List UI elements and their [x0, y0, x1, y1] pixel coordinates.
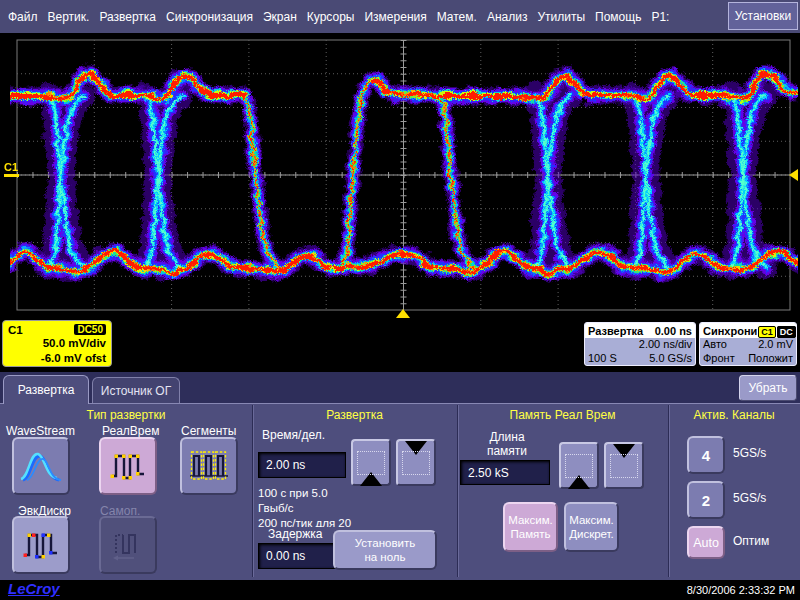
channel-name: C1 [8, 324, 23, 336]
up-arrow-icon [568, 458, 590, 489]
segments-button[interactable] [180, 437, 238, 495]
eqdiskr-icon [21, 525, 61, 565]
menu-item-utilities[interactable]: Утилиты [537, 10, 585, 24]
menu-item-p1: P1: [651, 10, 669, 24]
segments-label: Сегменты [181, 424, 236, 438]
channels-2-button[interactable]: 2 [687, 481, 725, 519]
trigger-source-badge: C1 [758, 326, 776, 338]
status-strip: C1 DC50 50.0 mV/div -6.0 mV ofst Разверт… [0, 318, 800, 372]
wavestream-button[interactable] [12, 437, 70, 495]
timebase-dialog: Развертка Источник ОГ Убрать Тип разверт… [0, 372, 800, 580]
trigger-time-marker-icon[interactable] [396, 309, 410, 318]
time-per-div-up-button[interactable] [351, 439, 391, 486]
trigger-level: 2.0 mV [758, 338, 793, 352]
trigger-descriptor-box[interactable]: Синхрони C1DC Авто 2.0 mV Фронт Положит [699, 322, 797, 366]
memory-length-field[interactable]: 2.50 kS [460, 460, 550, 485]
realtime-label: РеалВрем [102, 424, 159, 438]
menu-item-math[interactable]: Матем. [437, 10, 477, 24]
trigger-slope: Положит [748, 352, 793, 366]
trigger-coupling-badge: DC [777, 326, 796, 338]
setup-button[interactable]: Установки [728, 2, 798, 30]
channels-auto-mode: Оптим [733, 534, 769, 548]
trigger-type: Фронт [703, 352, 735, 366]
down-arrow-icon [405, 441, 427, 472]
menu-item-analysis[interactable]: Анализ [487, 10, 528, 24]
oscilloscope-screen: Файл Вертик. Развертка Синхронизация Экр… [0, 0, 800, 600]
samop-icon [108, 525, 148, 565]
section-divider [668, 405, 669, 577]
segments-icon [188, 446, 230, 486]
menu-item-trigger[interactable]: Синхронизация [166, 10, 253, 24]
menu-item-help[interactable]: Помощь [595, 10, 641, 24]
channel-scale: 50.0 mV/div [8, 337, 106, 352]
section-title-sampling-mode: Тип развертки [0, 408, 252, 422]
up-arrow-icon [360, 455, 382, 486]
menu-item-timebase[interactable]: Развертка [99, 10, 156, 24]
close-dialog-button[interactable]: Убрать [739, 375, 797, 401]
wavestream-icon [19, 446, 63, 486]
set-zero-button[interactable]: Установить на ноль [333, 530, 437, 570]
channels-auto-button[interactable]: Auto [687, 526, 725, 559]
tab-timebase[interactable]: Развертка [3, 375, 89, 404]
max-sample-rate-button[interactable]: Максим. Дискрет. [564, 502, 619, 552]
timebase-title: Развертка [588, 325, 643, 337]
menu-item-cursors[interactable]: Курсоры [307, 10, 355, 24]
menu-bar: Файл Вертик. Развертка Синхронизация Экр… [0, 0, 800, 33]
menu-item-measure[interactable]: Измерения [364, 10, 426, 24]
timebase-scale: 2.00 ns/div [639, 338, 692, 352]
section-title-memory: Память Реал Врем [457, 408, 668, 422]
waveform-display: C1 [0, 33, 800, 318]
channel-coupling-badge: DC50 [74, 324, 106, 335]
realtime-button[interactable] [99, 437, 157, 495]
menu-item-vertical[interactable]: Вертик. [48, 10, 90, 24]
channels-2-rate: 5GS/s [733, 491, 766, 505]
trigger-mode: Авто [703, 338, 727, 352]
down-arrow-icon [613, 444, 635, 475]
timestamp: 8/30/2006 2:33:32 PM [687, 584, 795, 596]
timebase-delay: 0.00 ns [655, 325, 692, 337]
eqdiskr-button[interactable] [12, 516, 70, 574]
memory-up-button[interactable] [559, 442, 599, 489]
trigger-title: Синхрони [703, 325, 757, 337]
time-per-div-field[interactable]: 2.00 ns [258, 452, 346, 478]
time-per-div-down-button[interactable] [396, 439, 436, 486]
channel1-descriptor-box[interactable]: C1 DC50 50.0 mV/div -6.0 mV ofst [2, 320, 112, 367]
memory-down-button[interactable] [604, 442, 644, 489]
timebase-samples: 100 S [588, 352, 617, 366]
trigger-level-marker-icon[interactable] [789, 169, 798, 181]
channel-offset: -6.0 mV ofst [8, 352, 106, 367]
section-title-channels: Актив. Каналы [668, 408, 800, 422]
samop-button [99, 516, 157, 574]
menu-item-file[interactable]: Файл [8, 10, 38, 24]
wavestream-label: WaveStream [6, 424, 75, 438]
channels-4-button[interactable]: 4 [687, 436, 725, 474]
realtime-icon [108, 446, 148, 486]
delay-label: Задержка [266, 527, 325, 541]
graticule-and-trace [0, 33, 800, 318]
channels-4-rate: 5GS/s [733, 446, 766, 460]
channel-offset-marker[interactable]: C1 [4, 161, 19, 177]
menu-item-display[interactable]: Экран [263, 10, 297, 24]
sampling-info-text: 100 с при 5.0 Гвыб/с 200 пс/тик для 20 [258, 486, 418, 530]
section-title-timebase: Развертка [252, 408, 457, 422]
timebase-rate: 5.0 GS/s [649, 352, 692, 366]
lecroy-logo: LeCroy [8, 580, 60, 597]
footer-bar: LeCroy 8/30/2006 2:33:32 PM [0, 580, 800, 600]
max-memory-button[interactable]: Максим. Память [503, 502, 558, 552]
section-divider [457, 405, 458, 577]
section-divider [252, 405, 253, 577]
c1-trace [0, 74, 800, 274]
tab-clock-source[interactable]: Источник ОГ [92, 377, 180, 404]
timebase-descriptor-box[interactable]: Развертка 0.00 ns 2.00 ns/div 100 S 5.0 … [584, 322, 696, 366]
channel-marker-label: C1 [4, 161, 18, 173]
channel-offset-bar-icon [4, 174, 19, 177]
memory-length-label: Длина памяти [462, 430, 552, 458]
time-per-div-label: Время/дел. [262, 428, 325, 442]
